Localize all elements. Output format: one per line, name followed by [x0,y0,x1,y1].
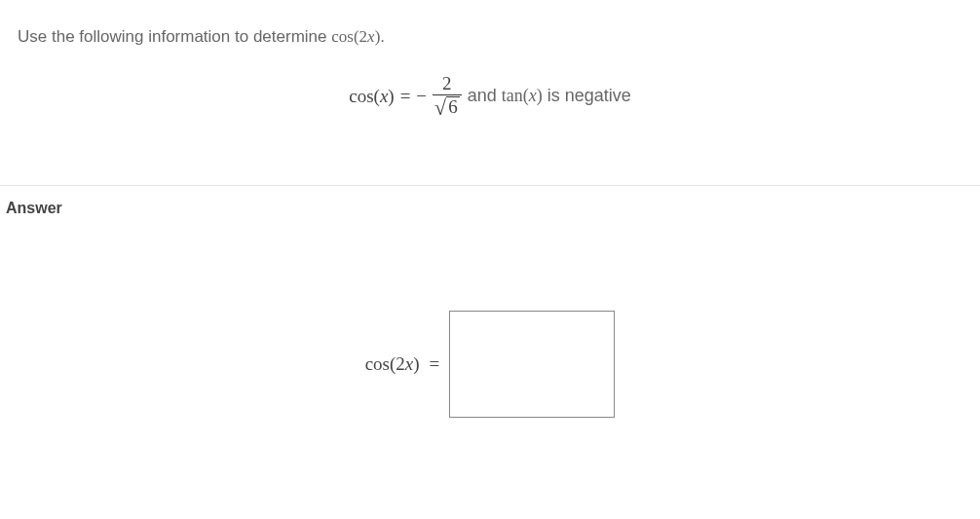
sqrt: √ 6 [434,96,460,118]
prompt-lead: Use the following information to determi… [18,27,331,46]
trail-fn: tan [502,86,523,105]
answer-lhs: cos(2x) [365,353,420,375]
given-lhs-arg: (x) [374,86,395,106]
trail-arg: (x) [523,86,543,105]
equals-sign: = [400,86,411,107]
question-prompt: Use the following information to determi… [0,0,980,47]
answer-equals: = [430,353,440,375]
answer-lhs-fn: cos [365,353,390,374]
prompt-arg: (2x) [354,27,380,46]
prompt-fn: cos [331,27,354,46]
given-trail: and tan(x) is negative [468,86,631,106]
fraction-denominator: √ 6 [433,94,462,119]
given-lhs: cos(x) [349,86,394,107]
answer-heading: Answer [0,186,980,217]
prompt-period: . [380,27,385,46]
answer-lhs-arg: (2x) [390,353,420,374]
answer-equation: cos(2x) = [0,311,980,418]
given-equation: cos(x) = − 2 √ 6 and tan(x) is negative [0,74,980,119]
sqrt-arg: 6 [446,96,460,118]
trail-and: and [468,86,502,105]
negative-sign: − [416,86,427,107]
fraction: 2 √ 6 [433,74,462,119]
given-lhs-fn: cos [349,86,373,106]
fraction-numerator: 2 [440,74,454,94]
answer-input[interactable] [449,311,615,418]
trail-rest: is negative [543,86,631,105]
sqrt-symbol: √ [434,97,446,119]
